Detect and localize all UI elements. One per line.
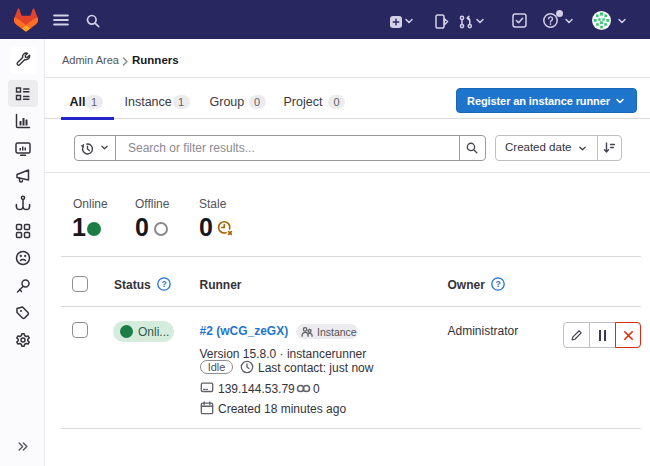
- svg-text:?: ?: [161, 279, 166, 289]
- svg-text:?: ?: [495, 279, 500, 289]
